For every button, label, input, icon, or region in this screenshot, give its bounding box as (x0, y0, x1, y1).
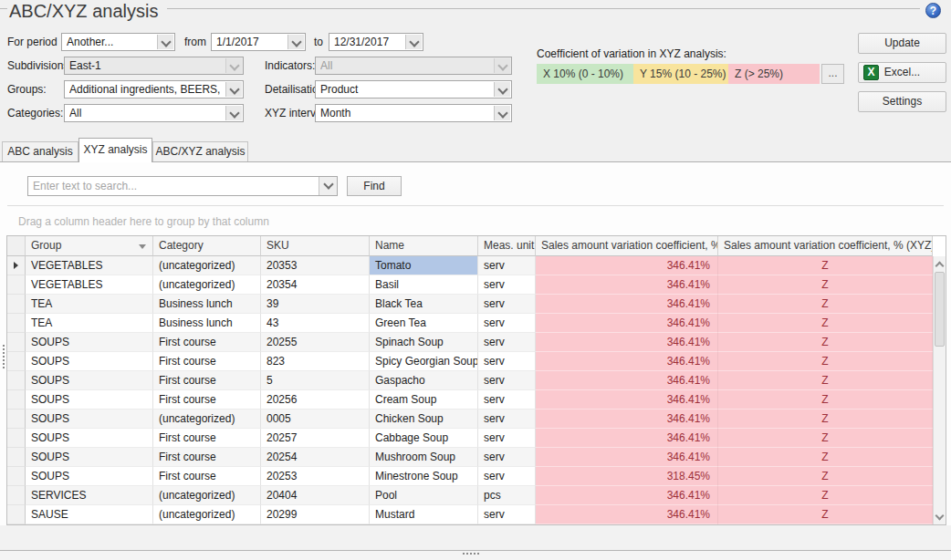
period-dropdown-button[interactable] (157, 35, 173, 49)
cell-name[interactable]: Mustard (370, 505, 478, 524)
period-select[interactable]: Another... (61, 33, 175, 51)
categories-select[interactable]: All (64, 104, 244, 122)
legend-more-button[interactable]: ... (821, 64, 844, 84)
cell-unit[interactable]: serv (478, 275, 536, 295)
cell-sku[interactable]: 823 (261, 352, 370, 371)
cell-category[interactable]: (uncategorized) (153, 410, 261, 429)
cell-xyz[interactable]: Z (718, 505, 933, 524)
column-header-sku[interactable]: SKU (261, 236, 370, 256)
settings-button[interactable]: Settings (858, 91, 946, 112)
cell-sku[interactable]: 20353 (261, 256, 370, 275)
scroll-down-button[interactable] (934, 510, 946, 524)
cell-group[interactable]: SOUPS (26, 333, 153, 352)
cell-sku[interactable]: 5 (261, 371, 370, 390)
scrollbar-thumb[interactable] (935, 272, 945, 347)
groups-select[interactable]: Additional ingredients, BEERS, BEV... (64, 80, 244, 99)
cell-category[interactable]: (uncategorized) (153, 505, 261, 524)
cell-name-selected[interactable]: Tomato (370, 256, 478, 275)
cell-sku[interactable]: 20354 (261, 275, 370, 295)
cell-sku[interactable]: 20254 (261, 448, 370, 467)
search-input[interactable] (28, 177, 300, 195)
cell-group[interactable]: VEGETABLES (26, 275, 153, 295)
cell-xyz[interactable]: Z (718, 256, 933, 275)
cell-name[interactable]: Minestrone Soup (370, 467, 478, 486)
date-to-select[interactable]: 12/31/2017 (329, 33, 423, 51)
cell-group[interactable]: SAUSE (26, 505, 153, 524)
cell-sku[interactable]: 39 (261, 295, 370, 314)
cell-coef[interactable]: 346.41% (536, 314, 718, 333)
cell-category[interactable]: First course (153, 333, 261, 352)
cell-category[interactable]: First course (153, 352, 261, 371)
cell-xyz[interactable]: Z (718, 486, 933, 505)
cell-group[interactable]: TEA (26, 295, 153, 314)
cell-sku[interactable]: 20404 (261, 486, 370, 505)
cell-unit[interactable]: serv (478, 352, 536, 371)
cell-coef[interactable]: 346.41% (536, 371, 718, 390)
cell-sku[interactable]: 20256 (261, 390, 370, 410)
cell-unit[interactable]: serv (478, 371, 536, 390)
cell-xyz[interactable]: Z (718, 333, 933, 352)
cell-sku[interactable]: 20257 (261, 429, 370, 448)
cell-unit[interactable]: serv (478, 295, 536, 314)
cell-xyz[interactable]: Z (718, 390, 933, 410)
cell-unit[interactable]: pcs (478, 486, 536, 505)
cell-name[interactable]: Cabbage Soup (370, 429, 478, 448)
tab-abc-analysis[interactable]: ABC analysis (2, 141, 78, 162)
search-dropdown-button[interactable] (319, 177, 337, 195)
tab-xyz-analysis[interactable]: XYZ analysis (78, 138, 152, 162)
help-icon[interactable]: ? (925, 3, 941, 18)
cell-coef[interactable]: 346.41% (536, 448, 718, 467)
find-button[interactable]: Find (347, 176, 402, 196)
cell-group[interactable]: VEGETABLES (26, 256, 153, 275)
date-from-select[interactable]: 1/1/2017 (211, 33, 306, 51)
date-from-dropdown-button[interactable] (287, 35, 304, 49)
column-header-meas-unit[interactable]: Meas. unit (478, 236, 536, 256)
cell-name[interactable]: Mushroom Soup (370, 448, 478, 467)
cell-group[interactable]: SOUPS (26, 390, 153, 410)
cell-name[interactable]: Spicy Georgian Soup (370, 352, 478, 371)
cell-xyz[interactable]: Z (718, 314, 933, 333)
cell-unit[interactable]: serv (478, 505, 536, 524)
cell-category[interactable]: (uncategorized) (153, 275, 261, 295)
cell-sku[interactable]: 20253 (261, 467, 370, 486)
column-header-group[interactable]: Group (26, 236, 153, 256)
cell-category[interactable]: (uncategorized) (153, 256, 261, 275)
cell-coef[interactable]: 346.41% (536, 275, 718, 295)
column-header-name[interactable]: Name (370, 236, 478, 256)
cell-group[interactable]: SOUPS (26, 467, 153, 486)
detailisation-select[interactable]: Product (315, 80, 512, 99)
cell-group[interactable]: SOUPS (26, 429, 153, 448)
scroll-up-button[interactable] (934, 257, 946, 271)
column-header-coef[interactable]: Sales amount variation coefficient, % (536, 236, 718, 256)
cell-group[interactable]: SOUPS (26, 352, 153, 371)
column-header-category[interactable]: Category (153, 236, 261, 256)
cell-category[interactable]: First course (153, 390, 261, 410)
cell-xyz[interactable]: Z (718, 429, 933, 448)
cell-unit[interactable]: serv (478, 467, 536, 486)
cell-coef[interactable]: 318.45% (536, 467, 718, 486)
cell-group[interactable]: SOUPS (26, 410, 153, 429)
cell-coef[interactable]: 346.41% (536, 390, 718, 410)
cell-coef[interactable]: 346.41% (536, 505, 718, 524)
cell-coef[interactable]: 346.41% (536, 295, 718, 314)
cell-name[interactable]: Green Tea (370, 314, 478, 333)
cell-coef[interactable]: 346.41% (536, 352, 718, 371)
left-splitter-handle[interactable] (3, 345, 5, 368)
excel-button[interactable]: X Excel... (858, 62, 946, 83)
cell-unit[interactable]: serv (478, 410, 536, 429)
cell-category[interactable]: First course (153, 448, 261, 467)
cell-category[interactable]: First course (153, 371, 261, 390)
cell-xyz[interactable]: Z (718, 448, 933, 467)
cell-group[interactable]: TEA (26, 314, 153, 333)
column-header-coef-xyz[interactable]: Sales amount variation coefficient, % (X… (718, 236, 933, 256)
cell-unit[interactable]: serv (478, 314, 536, 333)
cell-xyz[interactable]: Z (718, 410, 933, 429)
cell-xyz[interactable]: Z (718, 275, 933, 295)
xyz-interval-dropdown-button[interactable] (494, 106, 510, 120)
horizontal-splitter-handle[interactable] (463, 553, 479, 555)
categories-dropdown-button[interactable] (225, 106, 242, 120)
cell-xyz[interactable]: Z (718, 352, 933, 371)
cell-category[interactable]: First course (153, 429, 261, 448)
cell-unit[interactable]: serv (478, 429, 536, 448)
cell-category[interactable]: (uncategorized) (153, 486, 261, 505)
